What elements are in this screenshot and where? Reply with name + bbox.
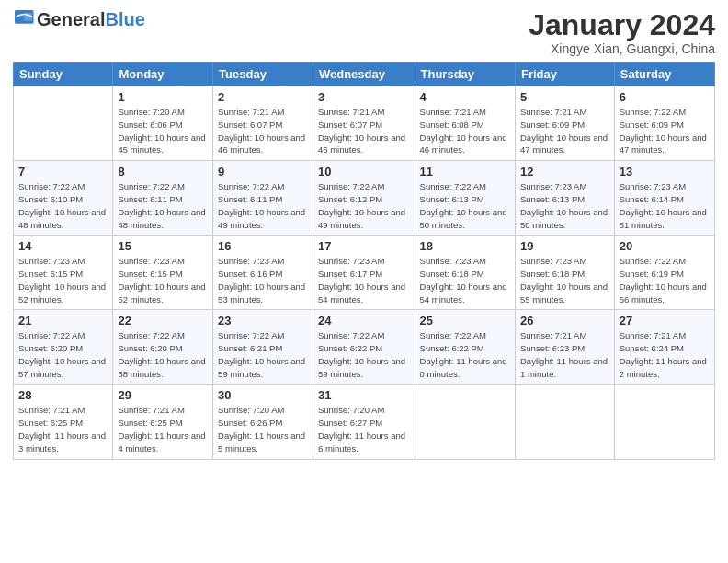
day-info: Sunrise: 7:23 AM Sunset: 6:13 PM Dayligh… [520, 180, 609, 231]
day-info: Sunrise: 7:21 AM Sunset: 6:25 PM Dayligh… [118, 404, 208, 454]
day-number: 3 [318, 90, 410, 104]
calendar-week-2: 7Sunrise: 7:22 AM Sunset: 6:10 PM Daylig… [14, 161, 715, 236]
calendar-cell: 29Sunrise: 7:21 AM Sunset: 6:25 PM Dayli… [113, 385, 213, 459]
day-number: 1 [118, 90, 208, 104]
day-info: Sunrise: 7:21 AM Sunset: 6:25 PM Dayligh… [18, 404, 108, 454]
day-info: Sunrise: 7:22 AM Sunset: 6:22 PM Dayligh… [420, 329, 510, 380]
calendar-cell: 27Sunrise: 7:21 AM Sunset: 6:24 PM Dayli… [614, 310, 714, 385]
calendar-cell: 6Sunrise: 7:22 AM Sunset: 6:09 PM Daylig… [614, 86, 714, 161]
day-number: 9 [218, 165, 308, 178]
calendar-cell: 31Sunrise: 7:20 AM Sunset: 6:27 PM Dayli… [313, 385, 415, 459]
location: Xingye Xian, Guangxi, China [529, 41, 715, 56]
logo-blue: Blue [105, 9, 144, 29]
calendar-cell: 26Sunrise: 7:21 AM Sunset: 6:23 PM Dayli… [515, 310, 614, 385]
day-info: Sunrise: 7:21 AM Sunset: 6:09 PM Dayligh… [520, 106, 609, 156]
day-info: Sunrise: 7:21 AM Sunset: 6:23 PM Dayligh… [520, 329, 609, 380]
day-info: Sunrise: 7:20 AM Sunset: 6:27 PM Dayligh… [318, 404, 410, 454]
calendar-cell: 11Sunrise: 7:22 AM Sunset: 6:13 PM Dayli… [415, 161, 515, 236]
day-number: 7 [18, 165, 108, 178]
calendar-cell: 14Sunrise: 7:23 AM Sunset: 6:15 PM Dayli… [14, 236, 113, 310]
day-number: 12 [520, 165, 609, 178]
day-number: 10 [318, 165, 410, 178]
day-number: 17 [318, 239, 410, 253]
day-number: 23 [218, 314, 308, 327]
calendar-cell: 10Sunrise: 7:22 AM Sunset: 6:12 PM Dayli… [313, 161, 415, 236]
day-info: Sunrise: 7:21 AM Sunset: 6:08 PM Dayligh… [420, 106, 510, 156]
day-info: Sunrise: 7:23 AM Sunset: 6:17 PM Dayligh… [318, 255, 410, 305]
day-info: Sunrise: 7:22 AM Sunset: 6:11 PM Dayligh… [218, 180, 308, 231]
calendar-cell: 12Sunrise: 7:23 AM Sunset: 6:13 PM Dayli… [515, 161, 614, 236]
col-header-wednesday: Wednesday [313, 63, 415, 86]
col-header-sunday: Sunday [14, 63, 113, 86]
day-number: 26 [520, 314, 609, 327]
calendar-cell: 24Sunrise: 7:22 AM Sunset: 6:22 PM Dayli… [313, 310, 415, 385]
calendar-cell [614, 385, 714, 459]
calendar-cell: 18Sunrise: 7:23 AM Sunset: 6:18 PM Dayli… [415, 236, 515, 310]
day-info: Sunrise: 7:21 AM Sunset: 6:07 PM Dayligh… [218, 106, 308, 156]
day-number: 2 [218, 90, 308, 104]
calendar-cell: 19Sunrise: 7:23 AM Sunset: 6:18 PM Dayli… [515, 236, 614, 310]
calendar-week-5: 28Sunrise: 7:21 AM Sunset: 6:25 PM Dayli… [14, 385, 715, 459]
day-number: 8 [118, 165, 208, 178]
calendar-cell: 30Sunrise: 7:20 AM Sunset: 6:26 PM Dayli… [213, 385, 313, 459]
calendar-cell [415, 385, 515, 459]
calendar-cell: 21Sunrise: 7:22 AM Sunset: 6:20 PM Dayli… [14, 310, 113, 385]
calendar-cell: 22Sunrise: 7:22 AM Sunset: 6:20 PM Dayli… [113, 310, 213, 385]
day-info: Sunrise: 7:21 AM Sunset: 6:07 PM Dayligh… [318, 106, 410, 156]
calendar-week-1: 1Sunrise: 7:20 AM Sunset: 6:06 PM Daylig… [14, 86, 715, 161]
day-info: Sunrise: 7:22 AM Sunset: 6:09 PM Dayligh… [620, 106, 710, 156]
day-info: Sunrise: 7:23 AM Sunset: 6:14 PM Dayligh… [620, 180, 710, 231]
day-number: 22 [118, 314, 208, 327]
calendar-cell: 9Sunrise: 7:22 AM Sunset: 6:11 PM Daylig… [213, 161, 313, 236]
col-header-friday: Friday [515, 63, 614, 86]
day-info: Sunrise: 7:22 AM Sunset: 6:13 PM Dayligh… [420, 180, 510, 231]
day-number: 24 [318, 314, 410, 327]
col-header-monday: Monday [113, 63, 213, 86]
calendar-cell: 16Sunrise: 7:23 AM Sunset: 6:16 PM Dayli… [213, 236, 313, 310]
day-info: Sunrise: 7:22 AM Sunset: 6:21 PM Dayligh… [218, 329, 308, 380]
calendar-cell: 23Sunrise: 7:22 AM Sunset: 6:21 PM Dayli… [213, 310, 313, 385]
month-title: January 2024 [529, 9, 715, 41]
logo-general: General [37, 9, 105, 29]
day-info: Sunrise: 7:20 AM Sunset: 6:26 PM Dayligh… [218, 404, 308, 454]
col-header-saturday: Saturday [614, 63, 714, 86]
day-info: Sunrise: 7:22 AM Sunset: 6:20 PM Dayligh… [18, 329, 108, 380]
day-number: 27 [620, 314, 710, 327]
calendar-cell: 20Sunrise: 7:22 AM Sunset: 6:19 PM Dayli… [614, 236, 714, 310]
day-info: Sunrise: 7:22 AM Sunset: 6:19 PM Dayligh… [620, 255, 710, 305]
day-number: 18 [420, 239, 510, 253]
day-number: 20 [620, 239, 710, 253]
day-info: Sunrise: 7:22 AM Sunset: 6:12 PM Dayligh… [318, 180, 410, 231]
day-number: 21 [18, 314, 108, 327]
calendar-cell: 3Sunrise: 7:21 AM Sunset: 6:07 PM Daylig… [313, 86, 415, 161]
calendar-cell: 2Sunrise: 7:21 AM Sunset: 6:07 PM Daylig… [213, 86, 313, 161]
day-info: Sunrise: 7:23 AM Sunset: 6:18 PM Dayligh… [520, 255, 609, 305]
header-right: January 2024 Xingye Xian, Guangxi, China [529, 9, 715, 56]
calendar-cell: 13Sunrise: 7:23 AM Sunset: 6:14 PM Dayli… [614, 161, 714, 236]
day-number: 13 [620, 165, 710, 178]
day-number: 16 [218, 239, 308, 253]
day-number: 15 [118, 239, 208, 253]
day-info: Sunrise: 7:22 AM Sunset: 6:22 PM Dayligh… [318, 329, 410, 380]
day-info: Sunrise: 7:22 AM Sunset: 6:20 PM Dayligh… [118, 329, 208, 380]
calendar-cell: 1Sunrise: 7:20 AM Sunset: 6:06 PM Daylig… [113, 86, 213, 161]
day-number: 4 [420, 90, 510, 104]
calendar-cell: 28Sunrise: 7:21 AM Sunset: 6:25 PM Dayli… [14, 385, 113, 459]
calendar-cell: 4Sunrise: 7:21 AM Sunset: 6:08 PM Daylig… [415, 86, 515, 161]
day-info: Sunrise: 7:22 AM Sunset: 6:11 PM Dayligh… [118, 180, 208, 231]
day-number: 19 [520, 239, 609, 253]
day-info: Sunrise: 7:21 AM Sunset: 6:24 PM Dayligh… [620, 329, 710, 380]
calendar-cell: 17Sunrise: 7:23 AM Sunset: 6:17 PM Dayli… [313, 236, 415, 310]
calendar-cell: 25Sunrise: 7:22 AM Sunset: 6:22 PM Dayli… [415, 310, 515, 385]
calendar-table: SundayMondayTuesdayWednesdayThursdayFrid… [13, 62, 715, 459]
day-number: 29 [118, 388, 208, 402]
day-number: 11 [420, 165, 510, 178]
calendar-header-row: SundayMondayTuesdayWednesdayThursdayFrid… [14, 63, 715, 86]
day-number: 14 [18, 239, 108, 253]
header: GeneralBlue January 2024 Xingye Xian, Gu… [13, 9, 715, 56]
day-info: Sunrise: 7:23 AM Sunset: 6:16 PM Dayligh… [218, 255, 308, 305]
day-number: 31 [318, 388, 410, 402]
calendar-cell: 5Sunrise: 7:21 AM Sunset: 6:09 PM Daylig… [515, 86, 614, 161]
logo-icon [15, 10, 35, 30]
day-number: 30 [218, 388, 308, 402]
